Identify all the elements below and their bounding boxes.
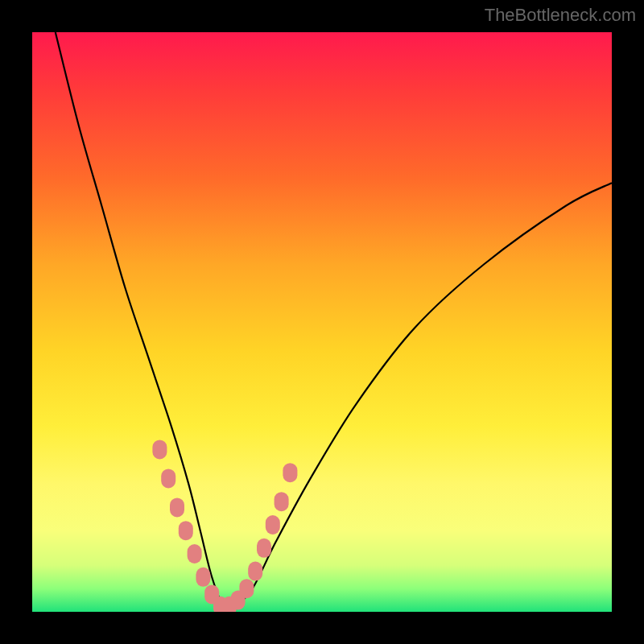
marker-point — [275, 492, 289, 511]
marker-point — [161, 469, 175, 488]
chart-frame: TheBottleneck.com — [0, 0, 644, 644]
bottleneck-curve — [56, 32, 612, 609]
marker-point — [248, 562, 262, 581]
marker-point — [239, 579, 254, 598]
marker-point — [179, 521, 193, 540]
marker-point — [266, 515, 280, 535]
marker-point — [170, 497, 184, 517]
marker-point — [188, 544, 202, 564]
marker-point — [257, 539, 271, 558]
plot-area — [32, 32, 612, 612]
marker-point — [283, 463, 297, 482]
marker-point — [152, 440, 167, 459]
marker-cluster — [152, 440, 297, 612]
marker-point — [196, 568, 210, 587]
watermark-text: TheBottleneck.com — [485, 5, 636, 26]
chart-svg — [32, 32, 612, 612]
